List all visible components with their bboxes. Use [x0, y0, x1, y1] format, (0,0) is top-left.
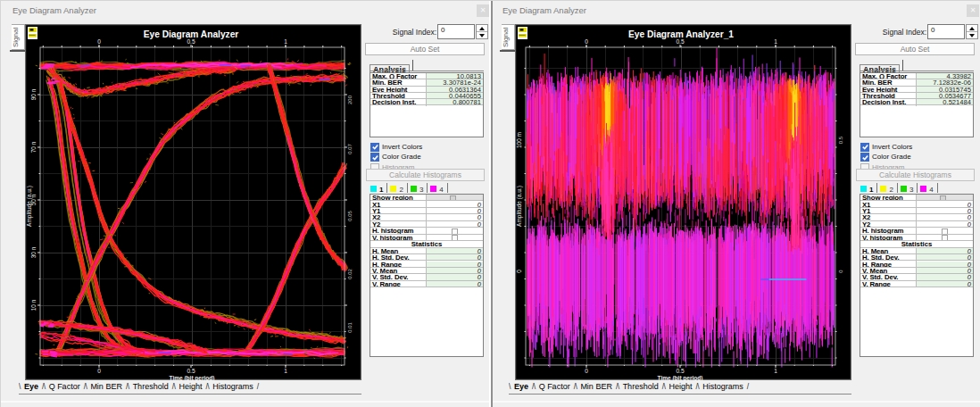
svg-text:70 n: 70 n [30, 141, 37, 153]
svg-text:0.02: 0.02 [347, 269, 353, 279]
svg-text:1: 1 [284, 38, 287, 45]
svg-text:Eye Diagram Analyzer_1: Eye Diagram Analyzer_1 [628, 29, 734, 39]
svg-text:0.05: 0.05 [347, 211, 353, 221]
svg-text:0: 0 [97, 38, 101, 45]
svg-text:0: 0 [585, 38, 588, 45]
svg-text:0.5: 0.5 [187, 368, 195, 374]
svg-text:1: 1 [284, 368, 287, 374]
svg-text:Amplitude (a.u.): Amplitude (a.u.) [516, 186, 523, 227]
svg-text:1: 1 [774, 38, 777, 45]
svg-text:0.07: 0.07 [347, 144, 353, 154]
svg-text:0.5: 0.5 [676, 368, 684, 374]
svg-text:0: 0 [516, 270, 522, 273]
svg-text:0.01: 0.01 [347, 322, 353, 333]
svg-text:0: 0 [97, 368, 101, 374]
svg-text:Eye Diagram Analyzer: Eye Diagram Analyzer [144, 29, 239, 39]
svg-text:0.5: 0.5 [838, 136, 843, 144]
svg-text:200: 200 [347, 95, 353, 104]
svg-text:Amplitude (a.u.): Amplitude (a.u.) [26, 186, 33, 227]
svg-text:1: 1 [774, 368, 777, 374]
svg-text:100 m: 100 m [516, 132, 522, 148]
svg-text:0.5: 0.5 [187, 38, 195, 45]
svg-text:0.5: 0.5 [676, 38, 684, 45]
svg-text:90 n: 90 n [30, 88, 37, 100]
svg-text:30 n: 30 n [30, 246, 37, 258]
svg-text:10 n: 10 n [30, 299, 37, 311]
svg-text:0: 0 [585, 368, 588, 374]
